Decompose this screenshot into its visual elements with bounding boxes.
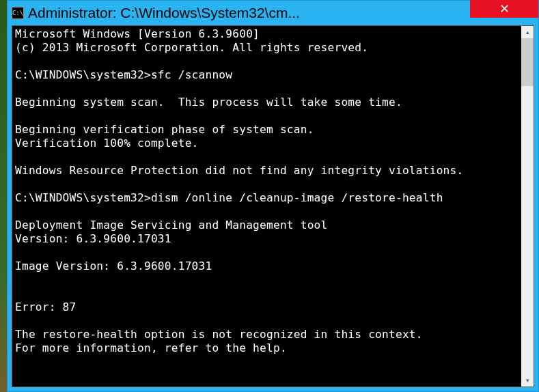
console-line	[15, 55, 519, 68]
console-line: The restore-health option is not recogni…	[15, 328, 519, 341]
console-line: (c) 2013 Microsoft Corporation. All righ…	[15, 41, 519, 55]
scroll-down-button[interactable]: ▾	[521, 374, 534, 387]
console-line: C:\WINDOWS\system32>sfc /scannow	[15, 68, 519, 82]
console-line	[15, 178, 519, 191]
console-line: Beginning system scan. This process will…	[15, 96, 519, 109]
console-area: Microsoft Windows [Version 6.3.9600](c) …	[12, 25, 534, 387]
console-line: Verification 100% complete.	[15, 137, 519, 150]
console-line: Error: 87	[15, 300, 519, 314]
console-line: Beginning verification phase of system s…	[15, 123, 519, 137]
window-controls: ✕	[470, 0, 538, 19]
console-line: Windows Resource Protection did not find…	[15, 164, 519, 178]
scrollbar-thumb[interactable]	[521, 38, 534, 86]
console-line	[15, 82, 519, 96]
console-line	[15, 205, 519, 219]
console-line	[15, 150, 519, 164]
vertical-scrollbar[interactable]: ▴ ▾	[521, 26, 534, 387]
console-line	[15, 287, 519, 300]
console-line	[15, 273, 519, 287]
close-icon: ✕	[499, 1, 510, 16]
console-line: Version: 6.3.9600.17031	[15, 232, 519, 246]
close-button[interactable]: ✕	[470, 0, 538, 18]
console-line: For more information, refer to the help.	[15, 341, 519, 355]
window-title: Administrator: C:\Windows\System32\cm...	[28, 5, 470, 21]
chevron-up-icon: ▴	[526, 29, 529, 36]
console-line	[15, 109, 519, 123]
console-output[interactable]: Microsoft Windows [Version 6.3.9600](c) …	[12, 26, 521, 387]
console-line: Deployment Image Servicing and Managemen…	[15, 219, 519, 232]
command-prompt-window: C:\ Administrator: C:\Windows\System32\c…	[7, 0, 539, 392]
console-line: Microsoft Windows [Version 6.3.9600]	[15, 27, 519, 41]
chevron-down-icon: ▾	[526, 377, 529, 384]
console-line: Image Version: 6.3.9600.17031	[15, 260, 519, 273]
console-line	[15, 246, 519, 260]
console-line: C:\WINDOWS\system32>dism /online /cleanu…	[15, 191, 519, 205]
scrollbar-track[interactable]	[521, 38, 534, 374]
console-line	[15, 314, 519, 328]
app-icon: C:\	[12, 7, 24, 19]
titlebar[interactable]: C:\ Administrator: C:\Windows\System32\c…	[8, 1, 538, 25]
scroll-up-button[interactable]: ▴	[521, 26, 534, 38]
